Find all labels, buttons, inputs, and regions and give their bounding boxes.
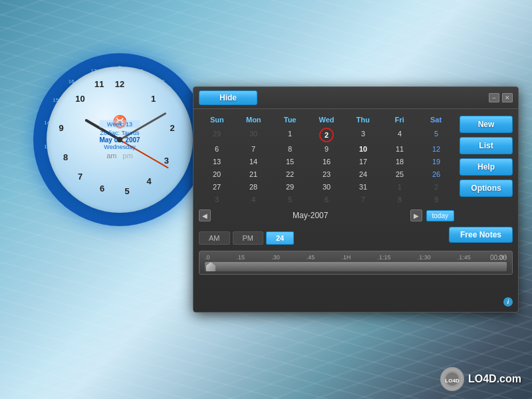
clock-num-4: 4 <box>146 176 151 186</box>
timeline-marks: .0 .15 .30 .45 .1H .1:15 .1:30 .1:45 .2H <box>205 254 507 261</box>
calendar-grid: 29 30 1 2 3 4 5 6 7 8 9 10 11 12 13 14 1… <box>199 128 454 205</box>
pm-mode-button[interactable]: PM <box>233 231 264 245</box>
cal-cell[interactable]: 8 <box>272 143 308 155</box>
cal-cell[interactable]: 3 <box>199 194 235 205</box>
watermark: LO4D LO4D.com <box>440 367 521 391</box>
clock-num-9: 9 <box>59 123 63 133</box>
clock-num-6: 6 <box>100 183 104 193</box>
cal-day-sun: Sun <box>199 114 235 125</box>
cal-cell[interactable]: 4 <box>235 194 271 205</box>
watermark-text: LO4D.com <box>468 373 521 385</box>
cal-day-fri: Fri <box>381 114 418 125</box>
help-button[interactable]: Help <box>460 158 513 176</box>
clock-face: 12 1 2 3 4 5 6 7 8 9 10 11 ♉ Week: 13 Zo… <box>47 66 193 213</box>
cal-cell[interactable]: 13 <box>199 156 235 168</box>
clock-day: Wednesday <box>99 144 140 150</box>
cal-cell[interactable]: 23 <box>309 168 344 180</box>
clock-num-7: 7 <box>78 172 82 182</box>
mark-15: .15 <box>237 254 245 261</box>
cal-cell[interactable]: 29 <box>199 128 235 142</box>
cal-cell[interactable]: 12 <box>418 143 454 155</box>
minimize-button[interactable]: – <box>489 93 499 102</box>
mark-115: .1:15 <box>378 254 391 261</box>
cal-cell[interactable]: 7 <box>345 194 381 205</box>
clock-center-dot <box>117 137 122 142</box>
cal-cell[interactable]: 3 <box>345 128 381 142</box>
am-mode-button[interactable]: AM <box>199 231 230 245</box>
cal-cell[interactable]: 4 <box>382 128 418 142</box>
timeline-slider[interactable] <box>206 262 215 271</box>
cal-cell[interactable]: 20 <box>199 168 235 180</box>
clock-zodiac: Zodiac: Taurus <box>99 130 140 136</box>
clock-num-10: 10 <box>75 94 84 104</box>
title-controls: – ✕ <box>489 93 513 102</box>
cal-cell[interactable]: 5 <box>272 194 308 205</box>
content-area: Sun Mon Tue Wed Thu Fri Sat 29 30 1 2 3 … <box>194 109 518 227</box>
clock-week: Week: 13 <box>99 120 140 128</box>
close-button[interactable]: ✕ <box>502 93 513 102</box>
options-button[interactable]: Options <box>460 180 513 197</box>
cal-cell[interactable]: 22 <box>272 168 308 180</box>
cal-cell[interactable]: 9 <box>309 143 344 155</box>
cal-cell[interactable]: 29 <box>272 181 308 193</box>
info-icon[interactable]: i <box>503 297 513 307</box>
cal-cell[interactable]: 28 <box>235 181 271 193</box>
cal-cell[interactable]: 15 <box>272 156 308 168</box>
cal-cell[interactable]: 8 <box>382 194 418 205</box>
cal-cell[interactable]: 2 <box>418 181 454 193</box>
timeline-bar[interactable] <box>205 262 507 271</box>
cal-cell[interactable]: 25 <box>382 168 418 180</box>
cal-day-thu: Thu <box>344 114 381 125</box>
cal-cell[interactable]: 1 <box>382 181 418 193</box>
clock-num-2: 2 <box>170 123 175 133</box>
pm-label: pm <box>123 152 133 160</box>
cal-cell[interactable]: 6 <box>309 194 344 205</box>
clock-num-12: 12 <box>115 79 124 89</box>
today-button[interactable]: today <box>426 210 454 221</box>
calendar-header: Sun Mon Tue Wed Thu Fri Sat <box>199 114 454 125</box>
time-display: 00:00 <box>490 254 507 261</box>
clock-ampm: am pm <box>99 152 140 160</box>
24h-mode-button[interactable]: 24 <box>266 231 294 245</box>
cal-cell[interactable]: 1 <box>272 128 308 142</box>
cal-cell[interactable]: 5 <box>418 128 454 142</box>
new-button[interactable]: New <box>460 116 513 133</box>
cal-cell[interactable]: 18 <box>382 156 418 168</box>
cal-cell[interactable]: 11 <box>382 143 418 155</box>
cal-cell[interactable]: 27 <box>199 181 235 193</box>
clock-num-1: 1 <box>151 94 156 104</box>
mark-130: .1:30 <box>418 254 431 261</box>
cal-cell[interactable]: 24 <box>345 168 381 180</box>
cal-cell[interactable]: 17 <box>345 156 381 168</box>
clock-num-3: 3 <box>164 155 169 165</box>
cal-day-tue: Tue <box>272 114 309 125</box>
cal-cell-today[interactable]: 2 <box>319 128 334 142</box>
cal-cell[interactable]: 30 <box>309 181 344 193</box>
title-bar: Hide – ✕ <box>194 87 518 109</box>
cal-cell[interactable]: 19 <box>418 156 454 168</box>
svg-text:LO4D: LO4D <box>445 378 460 384</box>
watermark-logo: LO4D <box>440 367 464 391</box>
clock-num-11: 11 <box>94 79 104 89</box>
cal-day-sat: Sat <box>418 114 454 125</box>
mark-45: .45 <box>307 254 315 261</box>
hide-button[interactable]: Hide <box>199 90 257 105</box>
cal-cell[interactable]: 14 <box>235 156 271 168</box>
next-month-button[interactable]: ▶ <box>410 209 422 221</box>
cal-cell[interactable]: 31 <box>345 181 381 193</box>
list-button[interactable]: List <box>460 137 513 154</box>
cal-cell[interactable]: 7 <box>235 143 271 155</box>
cal-day-wed: Wed <box>309 114 345 125</box>
cal-cell[interactable]: 9 <box>418 194 454 205</box>
cal-cell[interactable]: 16 <box>309 156 344 168</box>
prev-month-button[interactable]: ◀ <box>199 209 211 221</box>
cal-cell[interactable]: 21 <box>235 168 271 180</box>
bottom-area: AM PM 24 Free Notes .0 .15 .30 .45 .1H .… <box>194 227 518 280</box>
cal-cell[interactable]: 6 <box>199 143 235 155</box>
cal-cell[interactable]: 26 <box>418 168 454 180</box>
cal-cell[interactable]: 10 <box>345 143 381 155</box>
free-notes-button[interactable]: Free Notes <box>449 227 513 243</box>
cal-cell[interactable]: 30 <box>235 128 271 142</box>
mark-145: .1:45 <box>458 254 471 261</box>
sidebar-buttons: New List Help Options <box>460 114 513 221</box>
